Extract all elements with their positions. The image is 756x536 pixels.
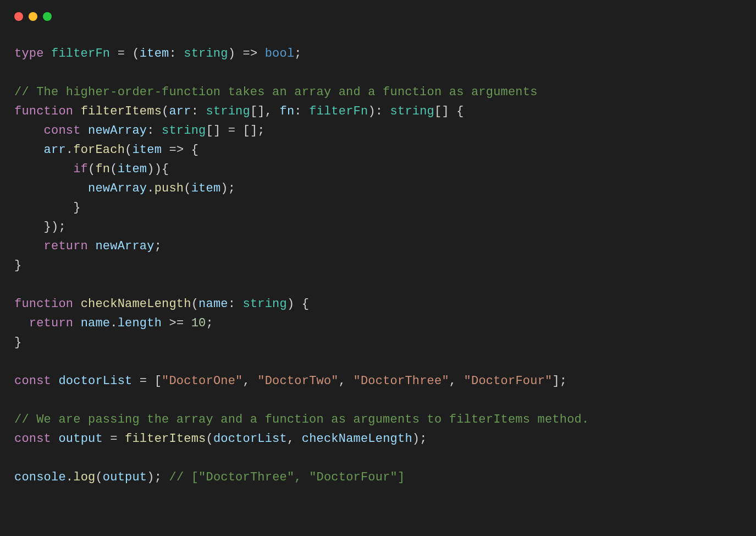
code-token-var: doctorList	[213, 432, 287, 446]
code-token-kw: function	[14, 297, 73, 311]
code-token-punc: => {	[162, 143, 198, 157]
code-line: });	[14, 220, 66, 234]
code-line: function checkNameLength(name: string) {	[14, 297, 309, 311]
code-token-fn: checkNameLength	[81, 297, 191, 311]
code-token-punc: )){	[147, 162, 169, 176]
code-token-punc: :	[147, 124, 162, 138]
code-token-var: arr	[44, 143, 66, 157]
code-line: const output = filterItems(doctorList, c…	[14, 432, 427, 446]
code-token-kw: function	[14, 105, 73, 118]
code-token-type: filterFn	[51, 47, 110, 61]
code-token-punc: (	[162, 105, 169, 118]
code-line: const doctorList = ["DoctorOne", "Doctor…	[14, 374, 567, 388]
code-line: // The higher-order-function takes an ar…	[14, 85, 538, 99]
minimize-icon[interactable]	[29, 12, 37, 21]
code-token-punc	[81, 124, 88, 138]
code-token-fn: filterItems	[81, 105, 162, 118]
code-window: type filterFn = (item: string) => bool; …	[0, 0, 756, 536]
code-token-fn: push	[154, 182, 184, 195]
code-token-var: console	[14, 471, 66, 484]
code-token-punc: ) {	[287, 297, 309, 311]
code-token-var: checkNameLength	[302, 432, 412, 446]
code-token-punc: ;	[294, 47, 301, 61]
code-token-fn: fn	[95, 162, 110, 176]
code-token-punc: ];	[552, 374, 567, 388]
code-token-type: string	[184, 47, 228, 61]
code-token-punc: .	[66, 471, 73, 484]
code-line: console.log(output); // ["DoctorThree", …	[14, 471, 405, 484]
code-token-var: output	[58, 432, 102, 446]
code-token-punc: ,	[339, 374, 354, 388]
code-token-punc: (	[88, 162, 95, 176]
code-token-var: newArray	[88, 182, 147, 195]
code-token-punc: ):	[368, 105, 390, 118]
code-token-punc: ) =>	[228, 47, 265, 61]
code-line: function filterItems(arr: string[], fn: …	[14, 105, 464, 118]
code-token-punc	[73, 316, 80, 330]
code-line: newArray.push(item);	[14, 182, 235, 195]
code-token-var: name	[81, 316, 111, 330]
code-token-punc: :	[228, 297, 243, 311]
code-token-punc: (	[110, 162, 117, 176]
code-token-punc: ,	[243, 374, 258, 388]
code-token-str: "DoctorThree"	[354, 374, 449, 388]
code-token-punc	[51, 432, 58, 446]
code-token-var: doctorList	[58, 374, 132, 388]
code-token-punc	[44, 47, 51, 61]
code-token-punc: (	[191, 297, 198, 311]
code-token-punc: ;	[206, 316, 213, 330]
code-token-punc	[14, 124, 44, 138]
code-token-punc	[14, 143, 44, 157]
code-token-fn: forEach	[73, 143, 125, 157]
code-token-punc: :	[294, 105, 309, 118]
code-token-str: "DoctorOne"	[162, 374, 242, 388]
code-token-punc: .	[66, 143, 73, 157]
code-token-punc: = [	[132, 374, 162, 388]
code-token-kw: return	[29, 316, 73, 330]
code-token-comment: // We are passing the array and a functi…	[14, 413, 589, 426]
code-token-str: "DoctorFour"	[464, 374, 553, 388]
code-token-kw: return	[44, 239, 88, 253]
code-token-var: newArray	[88, 124, 147, 138]
code-token-punc: );	[147, 471, 169, 484]
code-token-punc: [] = [];	[206, 124, 264, 138]
code-token-punc: );	[412, 432, 427, 446]
code-token-punc: [],	[250, 105, 280, 118]
code-token-kw: if	[73, 162, 88, 176]
code-line: arr.forEach(item => {	[14, 143, 198, 157]
code-line: // We are passing the array and a functi…	[14, 413, 589, 426]
code-token-punc: [] {	[434, 105, 464, 118]
code-token-punc	[88, 239, 95, 253]
code-token-num: 10	[191, 316, 206, 330]
code-token-punc: ,	[449, 374, 464, 388]
code-token-punc: }	[14, 201, 81, 215]
code-token-punc: .	[147, 182, 154, 195]
code-line: }	[14, 259, 21, 272]
code-line: }	[14, 201, 81, 215]
code-line: type filterFn = (item: string) => bool;	[14, 47, 302, 61]
code-token-punc: (	[184, 182, 191, 195]
code-token-kw: type	[14, 47, 44, 61]
window-controls	[14, 12, 52, 21]
code-line: }	[14, 336, 21, 349]
code-token-type: string	[390, 105, 434, 118]
code-token-punc	[14, 316, 29, 330]
code-token-var: fn	[280, 105, 295, 118]
code-token-punc: }	[14, 259, 21, 272]
code-token-var: item	[132, 143, 162, 157]
code-line: if(fn(item)){	[14, 162, 169, 176]
code-token-punc: });	[14, 220, 66, 234]
maximize-icon[interactable]	[43, 12, 52, 21]
code-token-punc: :	[169, 47, 184, 61]
code-token-punc: ,	[287, 432, 302, 446]
code-token-var: arr	[169, 105, 191, 118]
close-icon[interactable]	[14, 12, 23, 21]
code-token-punc: (	[95, 471, 102, 484]
code-token-var: item	[191, 182, 221, 195]
code-token-punc: = (	[110, 47, 140, 61]
code-token-punc: );	[220, 182, 235, 195]
code-token-type: string	[162, 124, 206, 138]
code-token-fn: log	[73, 471, 95, 484]
code-token-var: length	[118, 316, 162, 330]
code-token-kw: const	[14, 432, 51, 446]
